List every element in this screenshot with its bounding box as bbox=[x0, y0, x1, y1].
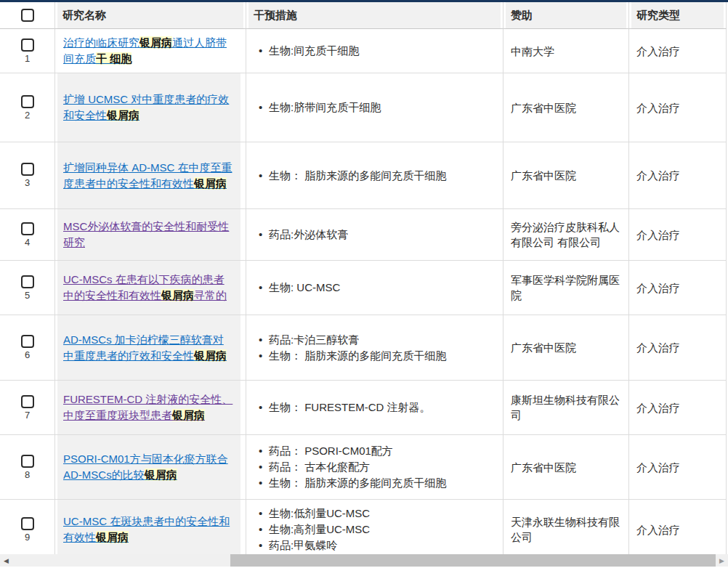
column-header-study-type: 研究类型 bbox=[628, 2, 727, 29]
intervention-item: 生物:高剂量UC-MSC bbox=[259, 522, 496, 538]
table-row: 2 扩增 UCMSC 对中重度患者的疗效和安全性银屑病 生物:脐带间充质干细胞 … bbox=[0, 73, 727, 142]
row-number: 1 bbox=[25, 54, 30, 64]
intervention-list: 生物:脐带间充质干细胞 bbox=[259, 100, 496, 115]
interventions-cell: 药品： PSORI-CM01配方药品： 古本化瘀配方生物： 脂肪来源的多能间充质… bbox=[246, 435, 503, 500]
study-type-value: 介入治疗 bbox=[636, 524, 680, 536]
interventions-cell: 药品:卡泊三醇软膏生物： 脂肪来源的多能间充质干细胞 bbox=[246, 315, 503, 381]
search-highlight-term: 银屑病 bbox=[96, 531, 129, 543]
intervention-item: 药品： 古本化瘀配方 bbox=[259, 459, 496, 475]
intervention-item: 生物:低剂量UC-MSC bbox=[259, 506, 496, 522]
search-highlight-term: 干 细胞 bbox=[96, 52, 132, 65]
sponsor-name: 广东省中医院 bbox=[511, 102, 576, 114]
intervention-list: 生物:低剂量UC-MSC生物:高剂量UC-MSC药品:甲氨蝶呤 bbox=[259, 506, 496, 553]
study-title-link[interactable]: UC-MSCs 在患有以下疾病的患者中的安全性和有效性银屑病寻常的 bbox=[63, 273, 227, 301]
study-title-link[interactable]: FURESTEM-CD 注射液的安全性、中度至重度斑块型患者银屑病 bbox=[63, 393, 232, 421]
row-number: 2 bbox=[25, 110, 30, 121]
sponsor-name: 广东省中医院 bbox=[511, 169, 576, 182]
interventions-cell: 生物： FURESTEM-CD 注射器。 bbox=[246, 381, 503, 435]
row-select-cell: 9 bbox=[0, 500, 54, 560]
row-checkbox[interactable] bbox=[21, 517, 34, 530]
study-type-value: 介入治疗 bbox=[636, 45, 680, 57]
intervention-list: 生物： FURESTEM-CD 注射器。 bbox=[259, 399, 496, 415]
study-title-link[interactable]: AD-MSCs 加卡泊柠檬三醇软膏对中重度患者的疗效和安全性银屑病 bbox=[63, 333, 227, 362]
intervention-list: 生物: UC-MSC bbox=[259, 280, 496, 296]
table-row: 1 治疗的临床研究银屑病通过人脐带间充质干 细胞 生物:间充质干细胞 中南大学 … bbox=[0, 29, 727, 73]
study-title-link[interactable]: 治疗的临床研究银屑病通过人脐带间充质干 细胞 bbox=[63, 36, 227, 65]
sponsor-name: 旁分泌治疗皮肤科私人有限公司 有限公司 bbox=[511, 221, 620, 248]
row-checkbox[interactable] bbox=[21, 335, 34, 348]
study-title-cell: 治疗的临床研究银屑病通过人脐带间充质干 细胞 bbox=[54, 29, 246, 73]
search-highlight-term: 银屑病 bbox=[161, 289, 194, 301]
horizontal-scrollbar[interactable]: ◀ ▶ bbox=[0, 554, 728, 567]
horizontal-scrollbar-thumb[interactable] bbox=[230, 554, 716, 567]
study-type-value: 介入治疗 bbox=[636, 341, 680, 354]
column-header-study-name: 研究名称 bbox=[54, 2, 246, 29]
row-select-cell: 4 bbox=[0, 209, 54, 261]
intervention-item: 生物:脐带间充质干细胞 bbox=[259, 100, 496, 115]
study-title-cell: AD-MSCs 加卡泊柠檬三醇软膏对中重度患者的疗效和安全性银屑病 bbox=[54, 315, 246, 381]
intervention-item: 生物:间充质干细胞 bbox=[259, 43, 496, 59]
scroll-right-arrow-icon[interactable]: ▶ bbox=[716, 554, 728, 567]
row-number: 5 bbox=[25, 291, 30, 301]
study-type-value: 介入治疗 bbox=[636, 402, 680, 414]
intervention-item: 生物： 脂肪来源的多能间充质干细胞 bbox=[259, 168, 496, 184]
study-type-value: 介入治疗 bbox=[636, 282, 680, 294]
table-row: 5 UC-MSCs 在患有以下疾病的患者中的安全性和有效性银屑病寻常的 生物: … bbox=[0, 261, 727, 315]
column-header-interventions: 干预措施 bbox=[246, 2, 503, 29]
interventions-cell: 生物:低剂量UC-MSC生物:高剂量UC-MSC药品:甲氨蝶呤 bbox=[246, 500, 503, 560]
table-row: 9 UC-MSC 在斑块患者中的安全性和有效性银屑病 生物:低剂量UC-MSC生… bbox=[0, 500, 727, 560]
row-select-cell: 3 bbox=[0, 142, 54, 209]
row-checkbox[interactable] bbox=[21, 163, 34, 176]
row-select-cell: 5 bbox=[0, 261, 54, 315]
row-checkbox[interactable] bbox=[21, 95, 34, 108]
sponsor-cell: 广东省中医院 bbox=[503, 142, 628, 209]
row-select-cell: 2 bbox=[0, 73, 54, 142]
intervention-item: 药品:甲氨蝶呤 bbox=[259, 538, 496, 553]
title-text-segment: FURESTEM-CD 注射液的安全性、中度至重度斑块型患者 bbox=[63, 393, 232, 421]
study-title-link[interactable]: 扩增 UCMSC 对中重度患者的疗效和安全性银屑病 bbox=[63, 93, 229, 121]
study-title-link[interactable]: 扩增同种异体 AD-MSC 在中度至重度患者中的安全性和有效性银屑病 bbox=[63, 161, 232, 190]
intervention-item: 药品:卡泊三醇软膏 bbox=[259, 332, 496, 348]
column-header-sponsor: 赞助 bbox=[503, 2, 628, 29]
study-type-cell: 介入治疗 bbox=[628, 381, 727, 435]
study-title-cell: 扩增 UCMSC 对中重度患者的疗效和安全性银屑病 bbox=[54, 73, 246, 142]
interventions-cell: 生物： 脂肪来源的多能间充质干细胞 bbox=[246, 142, 503, 209]
sponsor-cell: 旁分泌治疗皮肤科私人有限公司 有限公司 bbox=[503, 209, 628, 261]
row-checkbox[interactable] bbox=[21, 222, 34, 235]
study-type-value: 介入治疗 bbox=[636, 229, 680, 241]
study-title-link[interactable]: MSC外泌体软膏的安全性和耐受性研究 bbox=[63, 220, 229, 248]
row-checkbox[interactable] bbox=[21, 38, 34, 52]
row-number: 7 bbox=[25, 410, 30, 421]
study-type-cell: 介入治疗 bbox=[628, 315, 727, 381]
interventions-cell: 生物:脐带间充质干细胞 bbox=[246, 73, 503, 142]
study-type-cell: 介入治疗 bbox=[628, 209, 727, 261]
table-row: 8 PSORI-CM01方与固本化瘀方联合AD-MSCs的比较银屑病 药品： P… bbox=[0, 435, 727, 500]
row-checkbox[interactable] bbox=[21, 395, 34, 408]
results-page: 研究名称 干预措施 赞助 研究类型 1 治疗的临床研究银屑病通过人脐带间充质干 … bbox=[0, 0, 728, 576]
row-checkbox[interactable] bbox=[21, 275, 34, 288]
row-checkbox[interactable] bbox=[21, 455, 34, 468]
study-title-link[interactable]: PSORI-CM01方与固本化瘀方联合AD-MSCs的比较银屑病 bbox=[63, 453, 228, 481]
study-type-cell: 介入治疗 bbox=[628, 500, 727, 560]
study-title-cell: MSC外泌体软膏的安全性和耐受性研究 bbox=[54, 209, 246, 261]
sponsor-cell: 军事医学科学院附属医院 bbox=[503, 261, 628, 315]
select-all-header-cell bbox=[0, 2, 54, 29]
study-type-cell: 介入治疗 bbox=[628, 261, 727, 315]
row-number: 6 bbox=[25, 350, 30, 360]
sponsor-cell: 广东省中医院 bbox=[503, 315, 628, 381]
intervention-item: 生物： FURESTEM-CD 注射器。 bbox=[259, 399, 496, 415]
study-title-cell: UC-MSCs 在患有以下疾病的患者中的安全性和有效性银屑病寻常的 bbox=[54, 261, 246, 315]
row-number: 8 bbox=[25, 470, 30, 480]
select-all-checkbox[interactable] bbox=[21, 9, 34, 22]
sponsor-cell: 中南大学 bbox=[503, 29, 628, 73]
table-body: 1 治疗的临床研究银屑病通过人脐带间充质干 细胞 生物:间充质干细胞 中南大学 … bbox=[0, 29, 727, 560]
sponsor-name: 中南大学 bbox=[511, 45, 554, 57]
study-title-cell: 扩增同种异体 AD-MSC 在中度至重度患者中的安全性和有效性银屑病 bbox=[54, 142, 246, 209]
intervention-item: 生物： 脂肪来源的多能间充质干细胞 bbox=[259, 475, 496, 491]
sponsor-cell: 广东省中医院 bbox=[503, 435, 628, 500]
study-title-link[interactable]: UC-MSC 在斑块患者中的安全性和有效性银屑病 bbox=[63, 515, 230, 543]
study-type-cell: 介入治疗 bbox=[628, 142, 727, 209]
table-row: 7 FURESTEM-CD 注射液的安全性、中度至重度斑块型患者银屑病 生物： … bbox=[0, 381, 727, 435]
study-title-cell: FURESTEM-CD 注射液的安全性、中度至重度斑块型患者银屑病 bbox=[54, 381, 246, 435]
scroll-left-arrow-icon[interactable]: ◀ bbox=[0, 554, 12, 567]
